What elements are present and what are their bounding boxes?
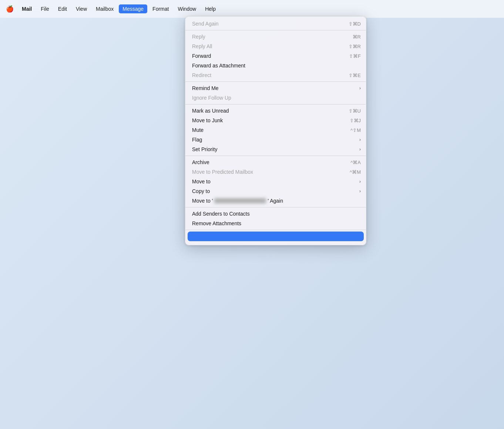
separator-5 xyxy=(185,207,366,207)
separator-1 xyxy=(185,30,366,30)
menu-bar-edit[interactable]: Edit xyxy=(54,4,71,13)
apple-logo-icon[interactable]: 🍎 xyxy=(6,5,14,13)
menu-item-reply-all[interactable]: Reply All ⇧⌘R xyxy=(185,41,366,51)
menu-item-add-senders[interactable]: Remove Attachments xyxy=(185,219,366,228)
blurred-mailbox-name xyxy=(214,198,266,203)
separator-4 xyxy=(185,156,366,156)
menu-item-move-to[interactable]: Move to › xyxy=(185,177,366,186)
menu-item-archive[interactable]: Archive ^⌘A xyxy=(185,157,366,167)
menu-bar-help[interactable]: Help xyxy=(201,4,219,13)
menu-item-copy-to[interactable]: Copy to › xyxy=(185,186,366,196)
menu-bar-mailbox[interactable]: Mailbox xyxy=(92,4,117,13)
menu-bar-file[interactable]: File xyxy=(37,4,53,13)
separator-6 xyxy=(185,230,366,230)
separator-2 xyxy=(185,82,366,82)
menu-bar-mail[interactable]: Mail xyxy=(18,4,36,13)
menu-bar-window[interactable]: Window xyxy=(174,4,200,13)
menu-item-set-priority[interactable]: Set Priority › xyxy=(185,144,366,154)
menu-bar: 🍎 Mail File Edit View Mailbox Message Fo… xyxy=(0,0,504,18)
chevron-right-icon: › xyxy=(359,86,361,91)
menu-item-reply[interactable]: Reply ⌘R xyxy=(185,32,366,41)
menu-item-forward-attachment[interactable]: Forward as Attachment xyxy=(185,61,366,70)
menu-bar-message[interactable]: Message xyxy=(119,4,147,13)
separator-3 xyxy=(185,104,366,104)
menu-item-apply-rules[interactable]: Add Senders to Contacts xyxy=(185,209,366,219)
message-menu-dropdown: Send Again ⇧⌘D Reply ⌘R Reply All ⇧⌘R Fo… xyxy=(185,16,366,245)
menu-item-mute[interactable]: Mute ^⇧M xyxy=(185,125,366,135)
chevron-right-icon: › xyxy=(359,137,361,142)
menu-item-remove-attachments[interactable] xyxy=(188,232,364,241)
menu-item-move-predicted[interactable]: Move to Predicted Mailbox ^⌘M xyxy=(185,167,366,177)
menu-item-move-junk[interactable]: Move to Junk ⇧⌘J xyxy=(185,116,366,125)
chevron-right-icon: › xyxy=(359,179,361,184)
menu-item-move-to-again[interactable]: Move to ' ' Again xyxy=(185,196,366,206)
menu-bar-view[interactable]: View xyxy=(72,4,91,13)
menu-item-redirect[interactable]: Redirect ⇧⌘E xyxy=(185,70,366,80)
menu-item-send-again[interactable]: Send Again ⇧⌘D xyxy=(185,19,366,29)
menu-item-mark-unread[interactable]: Mark as Unread ⇧⌘U xyxy=(185,106,366,116)
chevron-right-icon: › xyxy=(359,147,361,152)
menu-bar-format[interactable]: Format xyxy=(149,4,172,13)
menu-item-flag[interactable]: Flag › xyxy=(185,135,366,144)
menu-item-ignore-follow-up[interactable]: Ignore Follow Up xyxy=(185,93,366,103)
chevron-right-icon: › xyxy=(359,189,361,194)
menu-item-remind-me[interactable]: Remind Me › xyxy=(185,83,366,93)
menu-item-forward[interactable]: Forward ⇧⌘F xyxy=(185,51,366,61)
